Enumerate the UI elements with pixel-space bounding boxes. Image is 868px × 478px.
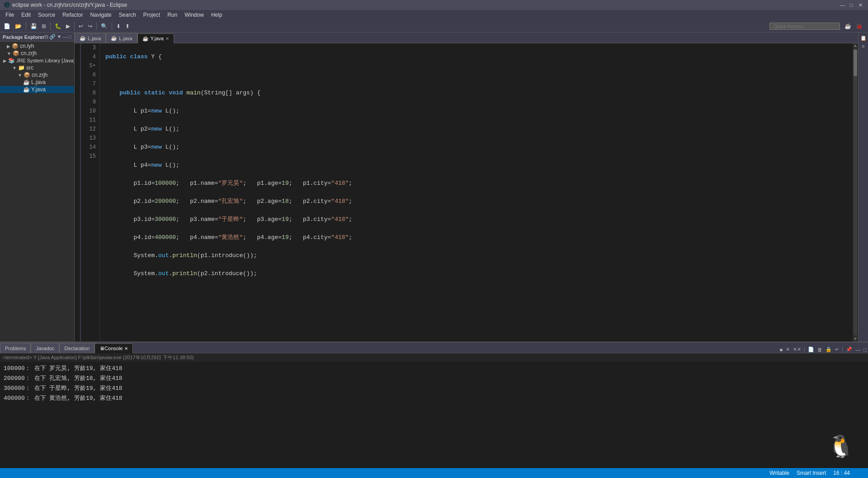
java-icon-ljava: ☕ (23, 79, 30, 85)
editor-scrollbar[interactable]: ▲ ▼ (853, 43, 858, 342)
minimize-button[interactable]: — (838, 1, 846, 9)
statusbar: Writable Smart Insert 16 : 44 (0, 468, 868, 478)
maximize-panel-btn[interactable]: □ (862, 347, 868, 353)
menu-source[interactable]: Source (34, 11, 59, 19)
terminate-btn[interactable]: ■ (778, 347, 784, 353)
menu-refactor[interactable]: Refactor (59, 11, 86, 19)
perspective-icons: ☕ 🐞 (841, 21, 866, 31)
insert-mode-status: Smart Insert (797, 470, 826, 476)
search-button[interactable]: 🔍 (99, 21, 109, 31)
tree-item-cnzrjh2[interactable]: ▼ 📦 cn.zrjh (0, 71, 74, 79)
tab-ljava-2[interactable]: ☕ L.java (106, 33, 137, 43)
qq-mascot[interactable]: 🐧 (827, 434, 854, 460)
word-wrap-btn[interactable]: ↵ (834, 346, 840, 353)
tab-javadoc[interactable]: Javadoc (31, 343, 59, 353)
window-controls[interactable]: — □ ✕ (838, 1, 864, 9)
eclipse-icon: 🌑 (4, 2, 10, 8)
tab-label-console: Console (104, 346, 123, 351)
quick-access-input[interactable] (769, 23, 840, 30)
code-line-9: L p4=new L(); (105, 161, 853, 170)
tab-console[interactable]: 🖥 Console ✕ (94, 343, 133, 353)
bottom-right-icons: ■ ✕ ✕✕ 📄 🗑 🔒 ↵ 📌 — □ (778, 346, 868, 353)
code-line-11: p2.id=200000; p2.name="孔宏旭"; p2.age=18; … (105, 197, 853, 206)
tree-label-cnzrjh: cn.zrjh (21, 50, 37, 56)
menu-edit[interactable]: Edit (18, 11, 34, 19)
menu-search[interactable]: Search (115, 11, 140, 19)
writable-status: Writable (769, 470, 789, 476)
clear-console-btn[interactable]: 🗑 (816, 347, 824, 353)
editor-content[interactable]: 3 4 5• 6 7 8 9 10 11 12 13 14 15 public … (75, 43, 858, 342)
console-close[interactable]: ✕ (124, 346, 128, 351)
console-line-3: 300000： 在下 于星晔, 芳龄19, 家住418 (4, 384, 864, 394)
redo-button[interactable]: ↪ (86, 21, 94, 31)
sidebar-tree: ▶ 📦 cn.lyh ▼ 📦 cn.zrjh ▶ 📚 JRE System Li… (0, 42, 74, 342)
tab-yjava[interactable]: ☕ Y.java ✕ (137, 33, 174, 43)
tree-item-ljava[interactable]: ☕ L.java (0, 79, 74, 86)
minimize-panel-btn[interactable]: — (854, 347, 862, 353)
console-terminated-text: <terminated> Y [Java Application] F:\jdk… (0, 353, 868, 362)
editor-tabs: ☕ L.java ☕ L.java ☕ Y.java ✕ (75, 33, 858, 43)
tab-icon-ljava-2: ☕ (111, 35, 117, 41)
link-editor-icon[interactable]: 🔗 (49, 34, 56, 40)
right-side-panel: 📋 ≡ (858, 33, 868, 342)
line-num-3: 3 (81, 43, 96, 52)
tree-item-yjava[interactable]: ☕ Y.java (0, 86, 74, 93)
java-perspective[interactable]: ☕ (843, 21, 853, 31)
scroll-thumb[interactable] (854, 49, 857, 76)
undo-button[interactable]: ↩ (77, 21, 85, 31)
expand-arrow-cnzrjh2: ▼ (18, 73, 22, 78)
package-icon-cnlyh: 📦 (12, 43, 19, 49)
tab-ljava-1[interactable]: ☕ L.java (75, 33, 106, 43)
tree-item-jre[interactable]: ▶ 📚 JRE System Library [Java] (0, 57, 74, 64)
scroll-track[interactable] (854, 49, 857, 336)
line-num-9: 9 (81, 98, 96, 107)
run-button[interactable]: ▶ (64, 21, 72, 31)
debug-button[interactable]: 🐛 (53, 21, 63, 31)
prev-anno-button[interactable]: ⬆ (123, 21, 132, 31)
tab-close-yjava[interactable]: ✕ (165, 36, 169, 41)
line-num-8: 8 (81, 89, 96, 98)
tab-declaration[interactable]: Declaration (59, 343, 94, 353)
menu-project[interactable]: Project (140, 11, 164, 19)
code-area[interactable]: public class Y { public static void main… (100, 43, 853, 342)
tab-label-declaration: Declaration (64, 346, 90, 351)
open-console-btn[interactable]: 📄 (807, 346, 816, 353)
scroll-down-button[interactable]: ▼ (854, 337, 857, 342)
debug-perspective[interactable]: 🐞 (854, 21, 864, 31)
menu-run[interactable]: Run (164, 11, 181, 19)
console-line-2: 200000： 在下 孔宏旭, 芳龄18, 家住418 (4, 374, 864, 384)
save-all-button[interactable]: ⊞ (40, 21, 48, 31)
sidebar-maximize-icon[interactable]: □ (68, 34, 71, 40)
next-anno-button[interactable]: ⬇ (114, 21, 123, 31)
remove-launch-btn[interactable]: ✕ (784, 346, 791, 353)
scroll-up-button[interactable]: ▲ (854, 43, 857, 48)
menu-file[interactable]: File (2, 11, 18, 19)
outline-icon[interactable]: ≡ (861, 43, 866, 50)
remove-all-btn[interactable]: ✕✕ (792, 346, 802, 353)
console-line-4: 400000： 在下 黄浩然, 芳龄19, 家住418 (4, 394, 864, 403)
tree-item-cnlyh[interactable]: ▶ 📦 cn.lyh (0, 42, 74, 50)
tab-label-javadoc: Javadoc (36, 346, 54, 351)
pin-btn[interactable]: 📌 (844, 346, 854, 353)
menu-help[interactable]: Help (208, 11, 226, 19)
scroll-lock-btn[interactable]: 🔒 (824, 346, 833, 353)
expand-arrow-jre: ▶ (3, 58, 7, 63)
maximize-button[interactable]: □ (847, 1, 855, 9)
folder-icon-src: 📁 (18, 65, 25, 71)
collapse-all-icon[interactable]: ⊟ (44, 34, 48, 40)
task-icon[interactable]: 📋 (859, 34, 868, 42)
tree-item-src[interactable]: ▼ 📁 src (0, 64, 74, 71)
menu-window[interactable]: Window (181, 11, 208, 19)
new-button[interactable]: 📄 (2, 21, 12, 31)
menu-navigate[interactable]: Navigate (86, 11, 115, 19)
sidebar-minimize-icon[interactable]: — (62, 34, 67, 40)
close-button[interactable]: ✕ (856, 1, 864, 9)
open-button[interactable]: 📂 (13, 21, 24, 31)
tab-problems[interactable]: Problems (0, 343, 31, 353)
tree-label-jre: JRE System Library [Java] (16, 58, 74, 63)
package-icon-cnzrjh2: 📦 (24, 72, 30, 78)
sidebar-menu-icon[interactable]: ▼ (57, 34, 61, 40)
code-line-6: L p1=new L(); (105, 107, 853, 116)
save-button[interactable]: 💾 (28, 21, 39, 31)
tree-item-cnzrjh[interactable]: ▼ 📦 cn.zrjh (0, 50, 74, 57)
